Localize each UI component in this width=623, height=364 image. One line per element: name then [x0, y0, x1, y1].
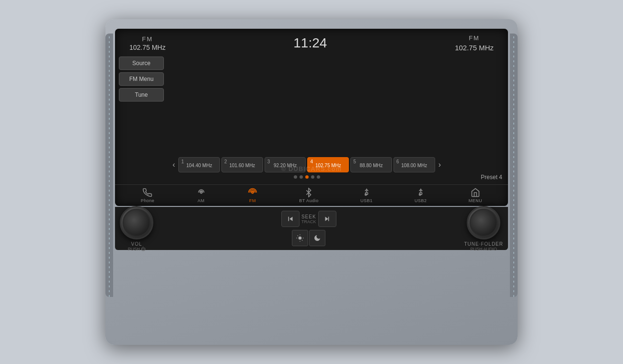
fm-label: FM: [249, 198, 256, 203]
svg-line-8: [302, 240, 302, 240]
preset-next-arrow[interactable]: ›: [437, 160, 443, 169]
next-track-button[interactable]: [318, 211, 336, 227]
brightness-up-button[interactable]: [292, 230, 308, 246]
right-panel: Preset 4: [446, 54, 508, 184]
seek-sub-label: TRACK: [301, 219, 316, 224]
tune-knob-section: TUNE·FOLDER PUSH AUDIO: [464, 206, 503, 251]
usb2-icon: [416, 188, 426, 197]
page-dots: [168, 175, 446, 179]
screen-content: Source FM Menu Tune ‹ 1 104.40 MHz 2: [115, 54, 508, 184]
phone-icon: [143, 188, 152, 197]
bluetooth-icon: [304, 188, 313, 197]
source-button[interactable]: Source: [119, 57, 164, 70]
vol-knob[interactable]: [120, 206, 153, 239]
left-stitch: [105, 34, 113, 297]
usb2-icon-item[interactable]: USB2: [415, 188, 427, 203]
preset-1[interactable]: 1 104.40 MHz: [178, 157, 220, 172]
svg-line-7: [298, 236, 298, 236]
seek-buttons-row: SEEK TRACK: [281, 211, 336, 227]
header-time-display: 11:24: [293, 35, 327, 51]
right-stitch: [510, 34, 518, 297]
dot-2: [300, 175, 303, 179]
header-right-freq: 102.75 MHz: [455, 44, 494, 52]
header-right-label: FM: [469, 34, 480, 42]
vol-label: VOL: [128, 241, 146, 247]
menu-label: MENU: [469, 198, 483, 203]
phone-icon-item[interactable]: Phone: [141, 188, 155, 203]
usb1-icon: [362, 188, 371, 197]
svg-rect-2: [365, 193, 368, 194]
svg-point-0: [200, 192, 202, 193]
bt-audio-icon-item[interactable]: BT Audio: [299, 188, 318, 203]
preset-4-active[interactable]: 4 102.75 MHz: [307, 157, 349, 172]
header-left-freq: 102.75 MHz: [129, 44, 165, 51]
phone-label: Phone: [141, 198, 155, 203]
svg-rect-3: [419, 193, 422, 194]
tune-labels: TUNE·FOLDER PUSH AUDIO: [464, 241, 503, 251]
screen-header: FM 102.75 MHz 11:24 FM 102.75 MHz: [115, 29, 508, 54]
tune-label: TUNE·FOLDER: [464, 241, 503, 247]
fm-radio-icon: [248, 188, 257, 197]
am-label: AM: [197, 198, 205, 203]
center-controls-group: SEEK TRACK: [281, 211, 336, 246]
dot-3-active: [305, 175, 309, 179]
source-icon-bar: Phone AM: [115, 184, 508, 206]
brightness-controls: [292, 230, 325, 246]
preset-row: ‹ 1 104.40 MHz 2 101.60 MHz 3 92.20 MHz: [168, 157, 446, 172]
skip-next-icon: [323, 215, 332, 223]
dot-1: [294, 175, 297, 179]
vol-labels: VOL PUSH ⏻: [128, 241, 146, 251]
vol-knob-section: VOL PUSH ⏻: [120, 206, 153, 251]
clock-display: 11:24: [293, 35, 327, 50]
preset-5[interactable]: 5 88.80 MHz: [350, 157, 392, 172]
preset-prev-arrow[interactable]: ‹: [171, 160, 177, 169]
preset-2[interactable]: 2 101.60 MHz: [221, 157, 263, 172]
left-sidebar: Source FM Menu Tune: [115, 54, 168, 184]
preset-badge: Preset 4: [481, 174, 502, 181]
am-radio-icon: [196, 188, 206, 197]
controls-panel: VOL PUSH ⏻ SEEK TRACK: [115, 207, 508, 250]
svg-point-4: [299, 237, 302, 240]
bt-audio-label: BT Audio: [299, 198, 318, 203]
header-left: FM 102.75 MHz: [129, 35, 165, 51]
preset-6[interactable]: 6 108.00 MHz: [393, 157, 435, 172]
tune-knob[interactable]: [467, 206, 500, 239]
menu-icon-item[interactable]: MENU: [469, 188, 483, 203]
fm-icon-item[interactable]: FM: [248, 188, 257, 203]
svg-point-1: [252, 192, 253, 193]
preset-3[interactable]: 3 92.20 MHz: [265, 157, 306, 172]
center-content: ‹ 1 104.40 MHz 2 101.60 MHz 3 92.20 MHz: [168, 54, 446, 184]
fm-menu-button[interactable]: FM Menu: [119, 72, 164, 86]
night-mode-button[interactable]: [309, 230, 325, 246]
usb2-label: USB2: [415, 198, 427, 203]
prev-track-button[interactable]: [281, 211, 300, 227]
dot-5: [317, 175, 320, 179]
dot-4: [311, 175, 314, 179]
seek-label: SEEK: [301, 214, 316, 219]
header-left-label: FM: [142, 35, 153, 43]
infotainment-screen: FM 102.75 MHz 11:24 FM 102.75 MHz Source…: [115, 29, 508, 206]
usb1-label: USB1: [360, 198, 373, 203]
vol-sub-label: PUSH ⏻: [128, 247, 146, 251]
sun-icon: [296, 234, 304, 242]
moon-icon: [313, 234, 321, 242]
tune-button[interactable]: Tune: [119, 88, 164, 102]
car-panel: FM 102.75 MHz 11:24 FM 102.75 MHz Source…: [105, 19, 518, 345]
tune-sub-label: PUSH AUDIO: [464, 247, 503, 251]
seek-track-block: SEEK TRACK: [301, 214, 316, 224]
am-icon-item[interactable]: AM: [196, 188, 206, 203]
menu-home-icon: [471, 188, 480, 197]
header-right: FM 102.75 MHz: [455, 34, 494, 52]
usb1-icon-item[interactable]: USB1: [360, 188, 373, 203]
skip-prev-icon: [286, 215, 295, 223]
